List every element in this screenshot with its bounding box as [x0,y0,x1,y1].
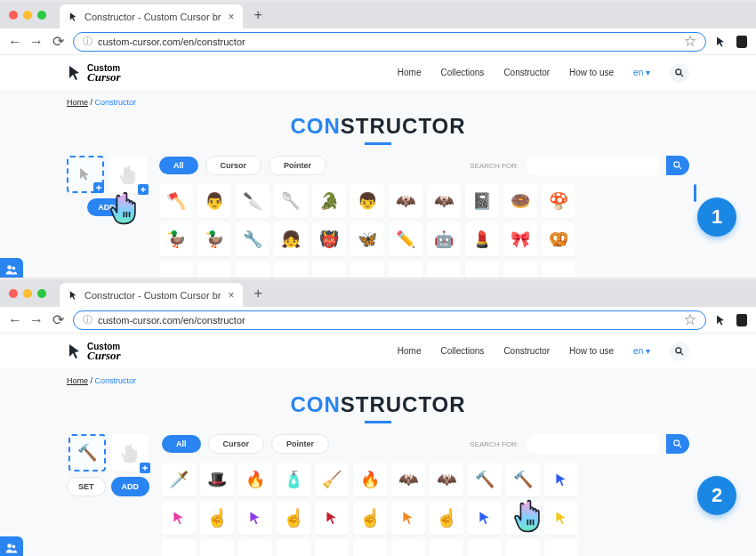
cursor-item[interactable]: 🦇 [389,184,422,218]
cursor-item[interactable] [162,501,196,535]
address-bar[interactable]: ⓘ custom-cursor.com/en/constructor [73,32,706,52]
add-button[interactable]: ADD [87,198,126,216]
filter-cursor[interactable]: Cursor [205,156,262,175]
cursor-item[interactable] [236,261,269,278]
cursor-item[interactable] [238,539,272,556]
tab-close-icon[interactable]: × [221,11,234,23]
cursor-item[interactable] [312,261,346,278]
cursor-item[interactable]: 🥄 [274,184,308,218]
cursor-item[interactable]: 🦆 [159,222,193,256]
cursor-item[interactable] [353,539,387,556]
set-button[interactable]: SET [67,477,106,496]
search-button[interactable] [666,156,689,175]
cursor-item[interactable]: 🪓 [159,184,193,218]
cursor-item[interactable]: 🦇 [427,184,461,218]
search-button[interactable] [666,434,689,454]
nav-howto[interactable]: How to use [569,346,614,356]
forward-button[interactable]: → [30,36,43,48]
nav-home[interactable]: Home [398,68,422,77]
filter-cursor[interactable]: Cursor [208,434,265,454]
feedback-fab[interactable] [0,536,23,556]
filter-all[interactable]: All [159,157,198,174]
extension-icon[interactable] [736,36,747,48]
maximize-window-icon[interactable] [37,11,46,20]
cursor-item[interactable]: 🦇 [430,463,463,496]
cursor-item[interactable]: 🐊 [312,184,346,218]
cursor-item[interactable] [468,501,502,535]
search-input[interactable] [526,434,659,454]
cursor-item[interactable]: 📓 [465,184,499,218]
cursor-item[interactable] [277,539,310,556]
cursor-item[interactable]: 🔥 [353,463,387,496]
cursor-slot[interactable] [67,156,104,193]
cursor-item[interactable]: ☝ [430,501,463,535]
slot-add-icon[interactable] [93,182,104,193]
cursor-item[interactable] [503,261,537,278]
cursor-item[interactable]: 👹 [312,222,346,256]
cursor-item[interactable] [544,463,578,496]
extension-cursor-icon[interactable] [715,36,728,48]
address-bar[interactable]: ⓘ custom-cursor.com/en/constructor [73,310,706,330]
nav-search-button[interactable] [670,63,689,83]
cursor-item[interactable]: ☝ [353,501,387,535]
cursor-item[interactable] [427,261,461,278]
cursor-item[interactable] [389,261,422,278]
filter-pointer[interactable]: Pointer [269,156,326,175]
nav-lang[interactable]: en ▾ [633,68,650,77]
cursor-item[interactable]: ☝ [506,501,540,535]
cursor-item[interactable]: 🔨 [506,463,540,496]
cursor-item[interactable]: 👧 [274,222,308,256]
nav-constructor[interactable]: Constructor [503,346,550,356]
cursor-item[interactable]: 🍩 [503,184,537,218]
filter-pointer[interactable]: Pointer [271,434,329,454]
bookmark-star-icon[interactable] [684,313,696,327]
cursor-item[interactable]: 👦 [350,184,384,218]
nav-howto[interactable]: How to use [569,68,614,77]
pointer-slot[interactable] [111,434,149,471]
forward-button[interactable]: → [30,314,43,326]
cursor-item[interactable]: 👨 [197,184,231,218]
cursor-item[interactable] [162,539,196,556]
cursor-item[interactable]: 🗡️ [162,463,196,496]
cursor-item[interactable] [468,539,502,556]
add-button[interactable]: ADD [111,477,150,496]
close-window-icon[interactable] [9,11,18,20]
cursor-item[interactable]: 🦇 [391,463,425,496]
cursor-item[interactable]: 🦆 [197,222,231,256]
cursor-item[interactable]: 🔥 [238,463,272,496]
close-window-icon[interactable] [9,289,18,298]
cursor-item[interactable]: 🥨 [542,222,575,256]
nav-home[interactable]: Home [398,346,422,356]
cursor-item[interactable]: ☝ [200,501,234,535]
back-button[interactable]: ← [9,314,21,326]
cursor-item[interactable]: 🤖 [427,222,461,256]
cursor-item[interactable] [544,501,578,535]
scrollbar-thumb[interactable] [694,184,696,202]
reload-button[interactable]: ⟳ [52,314,64,326]
cursor-item[interactable]: 🔧 [236,222,269,256]
cursor-item[interactable]: 🔨 [468,463,502,496]
tab-close-icon[interactable]: × [221,289,234,302]
cursor-item[interactable] [197,261,231,278]
slot-add-icon[interactable] [138,184,149,195]
cursor-item[interactable] [315,539,349,556]
pointer-slot[interactable] [109,156,147,193]
site-logo[interactable]: Custom Cursor [67,64,121,82]
site-info-icon[interactable]: ⓘ [83,35,92,48]
cursor-item[interactable]: ☝ [277,501,310,535]
cursor-item[interactable] [391,501,425,535]
cursor-item[interactable] [315,501,349,535]
cursor-item[interactable] [159,261,193,278]
site-logo[interactable]: Custom Cursor [67,342,121,360]
search-input[interactable] [526,156,659,175]
cursor-item[interactable]: 🧹 [315,463,349,496]
bookmark-star-icon[interactable] [684,35,696,49]
nav-constructor[interactable]: Constructor [503,68,550,77]
cursor-item[interactable] [506,539,540,556]
cursor-item[interactable] [238,501,272,535]
nav-lang[interactable]: en ▾ [633,346,650,356]
cursor-item[interactable]: 💄 [465,222,499,256]
breadcrumb-home[interactable]: Home [67,98,88,107]
reload-button[interactable]: ⟳ [52,36,64,48]
cursor-item[interactable] [274,261,308,278]
